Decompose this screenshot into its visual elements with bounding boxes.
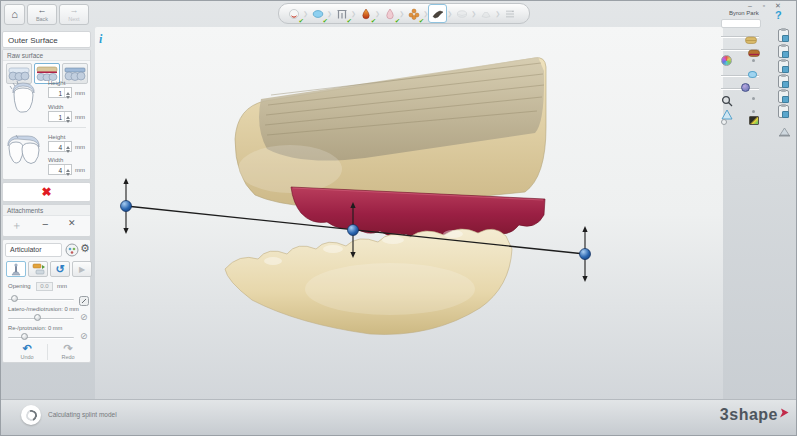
undo-button[interactable]: ↶ Undo (8, 342, 46, 364)
latero-slider-thumb[interactable] (34, 314, 41, 321)
width-spinner-1[interactable]: 1 (48, 111, 72, 122)
height-spinner-2[interactable]: 4 (48, 141, 72, 152)
spinner-ring-icon (24, 408, 39, 423)
clear-attachments-icon[interactable]: ✕ (68, 218, 76, 228)
height-label-1: Height (48, 80, 65, 86)
clipboard-icon-5[interactable] (778, 90, 789, 103)
opening-unit: mm (57, 283, 67, 289)
magnifier-dot[interactable] (752, 97, 755, 100)
clipboard-icon-1[interactable] (778, 29, 789, 42)
next-arrow-icon: → (60, 5, 88, 16)
incisor-offset-icon (6, 80, 40, 118)
clipboard-icon-3[interactable] (778, 60, 789, 73)
lower-jaw-model (225, 229, 512, 335)
protrusion-slider-track[interactable] (8, 337, 74, 339)
width-value-1: 1 (49, 112, 64, 121)
gear-icon[interactable]: ⚙ (80, 242, 90, 255)
patient-name: Byron Park (729, 10, 759, 16)
cursor-dot[interactable] (752, 110, 755, 113)
clip-plane-track[interactable] (721, 88, 759, 90)
step-splint-active[interactable] (428, 4, 447, 23)
back-button[interactable]: ← Back (27, 4, 57, 25)
articulator-pin-button[interactable] (6, 261, 26, 277)
info-icon[interactable]: i (99, 32, 102, 47)
width-unit-1: mm (75, 114, 85, 120)
color-wheel-icon[interactable] (721, 55, 732, 66)
circle-toggle-icon[interactable] (721, 119, 727, 125)
step-output[interactable] (500, 4, 519, 23)
clipboard-icon-4[interactable] (778, 75, 789, 88)
undo-icon: ↶ (8, 342, 46, 354)
gauge-icon[interactable] (65, 243, 79, 261)
step-model[interactable]: ✔ (308, 4, 327, 23)
color-mode-dot[interactable] (752, 59, 755, 62)
snapshot-icon[interactable] (778, 123, 791, 141)
clip-plane-thumb[interactable] (741, 83, 750, 92)
height-value-1: 1 (49, 88, 64, 97)
step-gingiva[interactable]: ✔ (380, 4, 399, 23)
height-spinner-1[interactable]: 1 (48, 87, 72, 98)
dental-scene (95, 27, 723, 401)
back-label: Back (28, 16, 56, 22)
delete-button[interactable]: ✖ (2, 182, 91, 202)
width-spinner-2[interactable]: 4 (48, 164, 72, 175)
3d-viewport[interactable] (95, 27, 723, 401)
step-connector[interactable]: ✔ (404, 4, 423, 23)
step-insertion-direction[interactable]: ✔ (332, 4, 351, 23)
help-icon[interactable]: ? (775, 9, 782, 21)
maximize-button[interactable]: ▫ (758, 2, 770, 11)
plate-icon (480, 8, 492, 20)
raw-surface-section: Raw surface (2, 49, 91, 180)
teeth-row-plate-icon (64, 66, 86, 81)
spinner-arrows[interactable] (64, 88, 71, 97)
opening-slider-thumb[interactable] (11, 295, 18, 302)
height-label-2: Height (48, 134, 65, 140)
step-wax-drop[interactable]: ✔ (356, 4, 375, 23)
spinner-arrows[interactable] (64, 112, 71, 121)
protrusion-slider-thumb[interactable] (21, 333, 28, 340)
protrusion-label: Re-/protrusion: 0 mm (8, 325, 62, 331)
step-plate[interactable] (476, 4, 495, 23)
attachments-header: Attachments (3, 205, 90, 216)
remove-attachment-icon[interactable]: − (42, 218, 48, 230)
play-articulation-button[interactable]: ▶ (72, 261, 92, 277)
adjust-icon[interactable] (79, 292, 89, 310)
opening-value-box[interactable]: 0.0 (36, 282, 53, 291)
workflow-toolbar: ✔ ❯ ✔ ❯ ✔ ❯ ✔ ❯ ✔ ❯ (278, 3, 530, 24)
spinner-arrows[interactable] (64, 165, 71, 174)
spinner-arrows[interactable] (64, 142, 71, 151)
reset-articulation-button[interactable]: ↺ (50, 261, 70, 277)
occlusal-handle-left (121, 178, 132, 234)
delete-x-icon: ✖ (41, 186, 51, 198)
step-scan[interactable]: ✔ (284, 4, 303, 23)
check-icon: ✔ (323, 17, 328, 25)
step-tooth[interactable] (452, 4, 471, 23)
clipboard-icon-2[interactable] (778, 45, 789, 58)
redo-label: Redo (49, 354, 87, 360)
check-icon: ✔ (419, 17, 424, 25)
latero-slider-track[interactable] (8, 318, 74, 320)
clipboard-icon-6[interactable] (778, 105, 789, 118)
home-button[interactable]: ⌂ (4, 4, 25, 25)
occlusion-motion-button[interactable] (28, 261, 48, 277)
status-bar: Calculating splint model 3shape (1, 399, 796, 435)
next-button[interactable]: → Next (59, 4, 89, 25)
raw-surface-thumb-3[interactable] (62, 63, 88, 84)
height-value-2: 4 (49, 142, 64, 151)
articulator-pin-icon (10, 263, 22, 276)
next-label: Next (60, 16, 88, 22)
colormap-icon[interactable] (749, 116, 759, 125)
width-value-2: 4 (49, 165, 64, 174)
disable-latero-icon[interactable]: ⊘ (80, 313, 88, 322)
transparency-thumb[interactable] (748, 71, 757, 78)
check-icon: ✔ (299, 17, 304, 25)
patient-name-box[interactable] (721, 19, 761, 28)
disable-protrusion-icon[interactable]: ⊘ (80, 332, 88, 341)
teeth-row-icon (8, 66, 30, 81)
latero-label: Latero-/mediotrusion: 0 mm (8, 306, 79, 312)
add-attachment-icon[interactable]: ＋ (11, 218, 22, 233)
raw-surface-header: Raw surface (3, 50, 90, 61)
check-icon: ✔ (395, 17, 400, 25)
redo-button[interactable]: ↷ Redo (49, 342, 87, 364)
opening-label: Opening (8, 283, 31, 289)
